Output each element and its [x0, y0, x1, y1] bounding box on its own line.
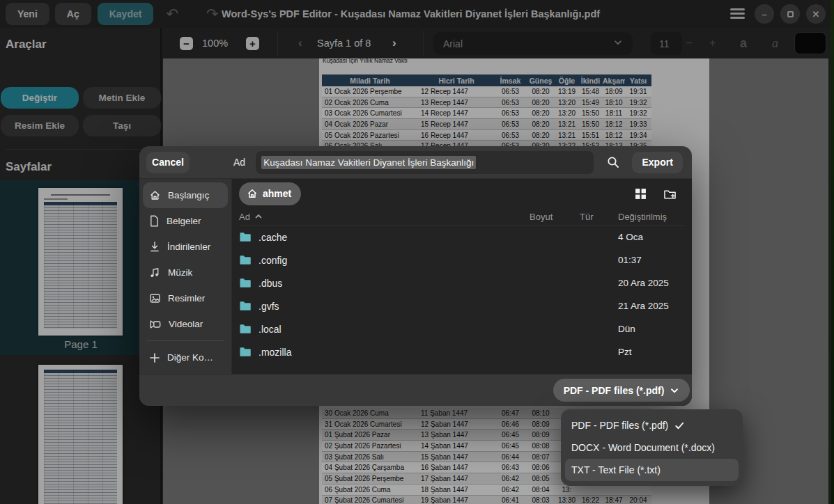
dialog-footer: PDF - PDF files (*.pdf)	[139, 374, 692, 406]
folder-icon	[239, 324, 252, 334]
place-label: Resimler	[168, 293, 205, 304]
grid-view-button[interactable]	[635, 188, 647, 200]
download-icon	[149, 241, 160, 253]
breadcrumb-label: ahmet	[263, 188, 291, 199]
file-modified: Dün	[618, 324, 685, 334]
document-icon	[149, 215, 160, 227]
breadcrumb-row: ahmet	[239, 179, 685, 208]
place-label: Müzik	[168, 267, 192, 278]
place-documents[interactable]: Belgeler	[143, 208, 228, 234]
sort-by-name-header[interactable]: Ad	[239, 212, 530, 222]
list-header-row: Ad Boyut Tür Değiştirilmiş	[239, 208, 685, 226]
name-header-label: Ad	[239, 212, 250, 222]
home-icon	[149, 189, 161, 201]
folder-icon	[239, 301, 252, 311]
new-folder-button[interactable]	[663, 188, 677, 200]
folder-icon	[239, 255, 252, 265]
type-header[interactable]: Tür	[580, 212, 618, 222]
size-header[interactable]: Boyut	[530, 212, 580, 222]
cancel-button[interactable]: Cancel	[146, 152, 190, 173]
place-videos[interactable]: Videolar	[143, 311, 228, 337]
file-modified: Pzt	[618, 347, 685, 357]
place-music[interactable]: Müzik	[143, 260, 228, 285]
file-modified: 01:37	[618, 255, 685, 265]
file-row[interactable]: .mozilla Pzt	[239, 340, 685, 363]
breadcrumb-home[interactable]: ahmet	[239, 182, 301, 205]
place-home[interactable]: Başlangıç	[143, 182, 228, 208]
video-icon	[149, 319, 162, 330]
file-row[interactable]: .local Dün	[239, 317, 685, 340]
menu-item-label: PDF - PDF files (*.pdf)	[571, 420, 668, 431]
place-label: İndirilenler	[167, 242, 210, 252]
places-sidebar: Başlangıç Belgeler İndirilenler Müzik Re…	[139, 179, 232, 374]
menu-item-label: DOCX - Word Document (*.docx)	[571, 442, 715, 453]
file-modified: 20 Ara 2025	[618, 278, 685, 288]
file-row[interactable]: .cache 4 Oca	[239, 226, 685, 249]
chevron-down-icon	[670, 386, 679, 395]
folder-icon	[239, 278, 252, 288]
file-name: .config	[258, 255, 287, 266]
places-divider	[147, 340, 224, 341]
place-label: Başlangıç	[168, 190, 209, 200]
file-name: .gvfs	[258, 301, 279, 312]
filetype-label: PDF - PDF files (*.pdf)	[564, 385, 665, 396]
file-name: .cache	[258, 232, 287, 243]
screen: Yeni Aç Kaydet ↶ ↷ Word-Sys's PDF Editor…	[0, 0, 834, 504]
export-dialog: Cancel Ad Kuşadası Namaz Vakitleri Diyan…	[139, 146, 692, 406]
filename-input[interactable]: Kuşadası Namaz Vakitleri Diyanet İşleri …	[256, 151, 594, 174]
file-row[interactable]: .config 01:37	[239, 249, 685, 271]
search-icon[interactable]	[606, 155, 620, 169]
file-modified: 21 Ara 2025	[618, 301, 685, 311]
file-row[interactable]: .dbus 20 Ara 2025	[239, 271, 685, 294]
file-name: .mozilla	[258, 347, 291, 358]
folder-icon	[239, 347, 252, 357]
menu-item-label: TXT - Text File (*.txt)	[571, 464, 661, 475]
file-name: .local	[258, 324, 281, 335]
file-list: .cache 4 Oca .config	[239, 226, 685, 363]
dialog-body: Başlangıç Belgeler İndirilenler Müzik Re…	[139, 179, 692, 374]
dialog-header: Cancel Ad Kuşadası Namaz Vakitleri Diyan…	[139, 146, 692, 179]
file-modified: 4 Oca	[618, 232, 685, 242]
filename-value: Kuşadası Namaz Vakitleri Diyanet İşleri …	[261, 156, 476, 169]
file-pane: ahmet Ad Boyut Tür	[232, 179, 692, 374]
place-downloads[interactable]: İndirilenler	[143, 234, 228, 260]
menu-item-txt[interactable]: TXT - Text File (*.txt)	[565, 459, 739, 481]
menu-item-pdf[interactable]: PDF - PDF files (*.pdf)	[565, 414, 739, 436]
place-pictures[interactable]: Resimler	[143, 285, 228, 311]
filename-label: Ad	[233, 157, 245, 168]
music-icon	[149, 267, 161, 278]
filetype-dropdown-button[interactable]: PDF - PDF files (*.pdf)	[553, 379, 690, 402]
filetype-menu: PDF - PDF files (*.pdf) DOCX - Word Docu…	[561, 409, 743, 486]
place-label: Videolar	[169, 319, 203, 329]
export-button[interactable]: Export	[632, 152, 683, 173]
folder-icon	[239, 232, 252, 242]
menu-item-docx[interactable]: DOCX - Word Document (*.docx)	[565, 436, 739, 459]
place-label: Belgeler	[167, 216, 201, 226]
plus-icon	[149, 352, 160, 363]
file-row[interactable]: .gvfs 21 Ara 2025	[239, 294, 685, 317]
check-icon	[674, 420, 685, 431]
home-icon	[247, 188, 258, 199]
modified-header[interactable]: Değiştirilmiş	[618, 212, 685, 222]
place-label: Diğer Ko…	[167, 352, 213, 363]
place-other-locations[interactable]: Diğer Ko…	[143, 345, 228, 370]
sort-ascending-icon	[254, 212, 263, 221]
image-icon	[149, 292, 161, 304]
file-name: .dbus	[258, 278, 282, 289]
